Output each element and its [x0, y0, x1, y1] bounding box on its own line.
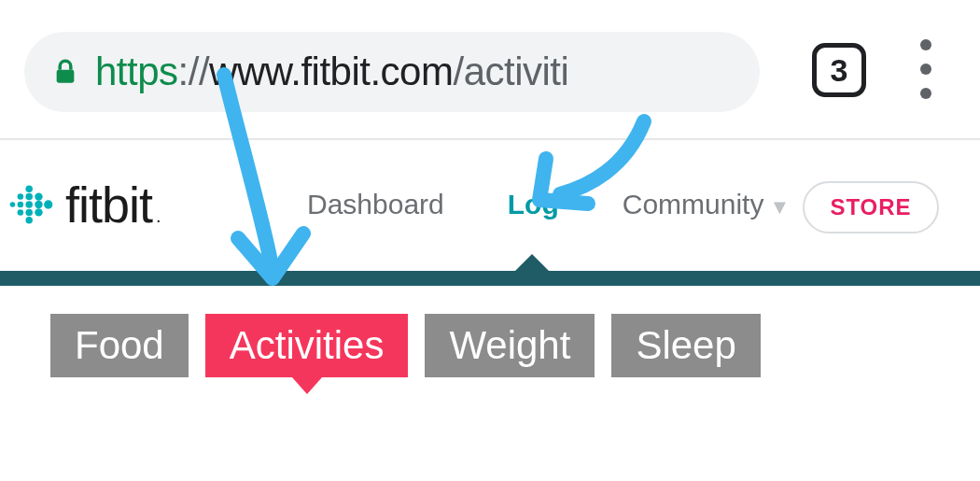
svg-rect-0	[57, 70, 75, 83]
subtab-sleep[interactable]: Sleep	[611, 314, 760, 377]
tab-count-button[interactable]: 3	[812, 43, 866, 97]
svg-point-11	[35, 201, 42, 208]
svg-point-1	[10, 202, 16, 207]
tab-count-value: 3	[831, 52, 848, 89]
svg-point-3	[18, 202, 24, 208]
site-header: fitbit. Dashboard Log Community▼ STORE	[0, 140, 980, 271]
browser-chrome: https://www.fitbit.com/activiti 3	[0, 0, 980, 138]
svg-point-10	[35, 192, 42, 200]
nav-community-label: Community	[623, 189, 764, 219]
nav-dashboard[interactable]: Dashboard	[307, 189, 444, 220]
log-subtabs: Food Activities Weight Sleep	[50, 314, 761, 377]
url-text: https://www.fitbit.com/activiti	[95, 50, 568, 94]
store-button[interactable]: STORE	[803, 181, 939, 233]
url-path: /activiti	[453, 50, 568, 93]
svg-point-4	[18, 209, 24, 216]
svg-point-6	[25, 193, 32, 200]
url-scheme: https	[95, 50, 178, 93]
brand-name: fitbit.	[65, 176, 161, 233]
nav-community[interactable]: Community▼	[623, 189, 790, 220]
active-nav-pointer	[515, 254, 549, 271]
brand-logo[interactable]: fitbit.	[6, 176, 161, 233]
subtab-activities[interactable]: Activities	[205, 314, 409, 377]
svg-point-13	[44, 200, 52, 208]
subtab-weight[interactable]: Weight	[425, 314, 595, 377]
url-separator: ://	[178, 50, 210, 93]
primary-nav: Dashboard Log Community▼	[307, 189, 853, 220]
svg-point-2	[18, 193, 24, 200]
chevron-down-icon: ▼	[769, 195, 790, 219]
svg-point-8	[25, 209, 32, 216]
subtab-food[interactable]: Food	[50, 314, 189, 377]
address-bar[interactable]: https://www.fitbit.com/activiti	[24, 32, 760, 112]
lock-icon	[52, 57, 78, 87]
svg-point-5	[25, 185, 32, 191]
brand-mark-icon	[6, 178, 58, 231]
header-band	[0, 271, 980, 286]
overflow-menu-icon[interactable]	[919, 39, 932, 99]
svg-point-7	[25, 201, 32, 207]
url-host: www.fitbit.com	[209, 50, 453, 93]
svg-point-12	[35, 208, 42, 216]
nav-log[interactable]: Log	[508, 189, 559, 220]
svg-point-9	[25, 217, 32, 223]
